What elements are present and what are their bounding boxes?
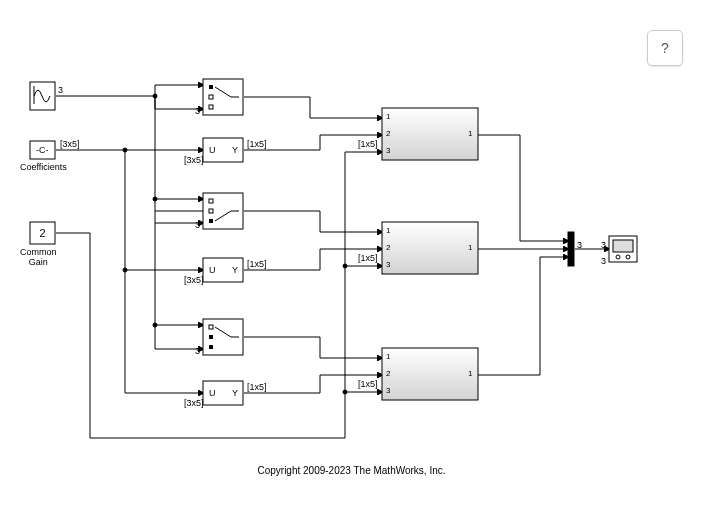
scope-block[interactable] bbox=[609, 236, 637, 262]
scope-in-dim: 3 bbox=[601, 240, 606, 250]
subsystem-2[interactable] bbox=[382, 222, 478, 274]
sel3-in-dim: [3x5] bbox=[184, 398, 204, 408]
multiport-switch-3[interactable] bbox=[203, 319, 243, 355]
copyright-text: Copyright 2009-2023 The MathWorks, Inc. bbox=[0, 465, 703, 476]
sel3-out-dim: [1x5] bbox=[247, 382, 267, 392]
sel2-in-dim: [3x5] bbox=[184, 275, 204, 285]
ss2-in-dim: [1x5] bbox=[358, 253, 378, 263]
multiport-switch-1[interactable] bbox=[203, 79, 243, 115]
source1-dim: 3 bbox=[58, 85, 63, 95]
scope-in-dim-2: 3 bbox=[601, 256, 606, 266]
sw1-in-dim: 3 bbox=[195, 106, 200, 116]
selector-3[interactable] bbox=[203, 381, 243, 405]
sel2-out-dim: [1x5] bbox=[247, 259, 267, 269]
coeff-dim: [3x5] bbox=[60, 139, 80, 149]
sel1-in-dim: [3x5] bbox=[184, 155, 204, 165]
wiring-layer bbox=[0, 0, 703, 516]
mux-block[interactable] bbox=[568, 232, 574, 266]
ss3-in-dim: [1x5] bbox=[358, 379, 378, 389]
sel1-out-dim: [1x5] bbox=[247, 139, 267, 149]
selector-1[interactable] bbox=[203, 138, 243, 162]
selector-2[interactable] bbox=[203, 258, 243, 282]
multiport-switch-2[interactable] bbox=[203, 193, 243, 229]
ss1-in-dim: [1x5] bbox=[358, 139, 378, 149]
constant-gain-block[interactable] bbox=[30, 222, 55, 244]
sw2-in-dim: 3 bbox=[195, 220, 200, 230]
coeff-label: Coefficients bbox=[20, 162, 67, 172]
subsystem-3[interactable] bbox=[382, 348, 478, 400]
constant-coeff-block[interactable] bbox=[30, 141, 55, 159]
mux-out-dim: 3 bbox=[577, 240, 582, 250]
sw3-in-dim: 3 bbox=[195, 346, 200, 356]
gain-label: Common Gain bbox=[20, 247, 57, 267]
subsystem-1[interactable] bbox=[382, 108, 478, 160]
sine-source-block[interactable] bbox=[30, 82, 55, 110]
